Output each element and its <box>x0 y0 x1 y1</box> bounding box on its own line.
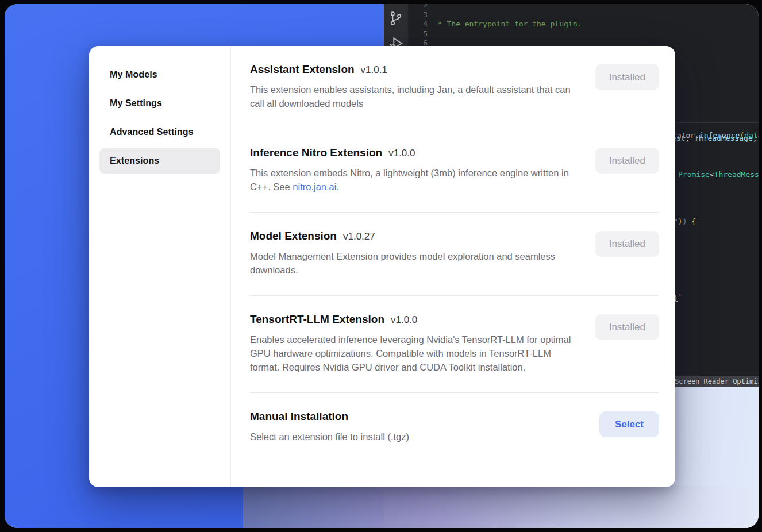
extension-description: This extension embeds Nitro, a lightweig… <box>250 166 582 194</box>
sidebar-item-extensions[interactable]: Extensions <box>99 148 220 174</box>
manual-installation-description: Select an extension file to install (.tg… <box>250 430 409 444</box>
extension-name: Inference Nitro Extension <box>250 147 382 159</box>
sidebar-item-label: My Models <box>110 70 157 80</box>
manual-installation-title: Manual Installation <box>250 410 348 423</box>
code-fragment: rator.inference(data)); <box>672 131 759 140</box>
extensions-list: Assistant Extension v1.0.1 This extensio… <box>231 46 675 487</box>
installed-button[interactable]: Installed <box>595 148 659 174</box>
background-gradient <box>243 485 759 528</box>
code-line: * The entrypoint for the plugin. <box>433 20 759 29</box>
extension-row-inference-nitro: Inference Nitro Extension v1.0.0 This ex… <box>250 129 659 213</box>
sidebar-item-advanced-settings[interactable]: Advanced Settings <box>99 119 220 145</box>
extension-row-model: Model Extension v1.0.27 Model Management… <box>250 213 659 296</box>
extension-version: v1.0.27 <box>343 231 375 242</box>
code-fragment: ")) { <box>674 217 696 226</box>
app-window: 2 3 4 5 6 * The entrypoint for the plugi… <box>5 4 759 528</box>
extension-name: Model Extension <box>250 230 337 242</box>
extension-description: Model Management Extension provides mode… <box>250 249 582 277</box>
sidebar-item-label: Advanced Settings <box>110 127 194 137</box>
installed-button[interactable]: Installed <box>595 64 659 90</box>
extension-row-assistant: Assistant Extension v1.0.1 This extensio… <box>250 46 659 129</box>
screen-reader-optimized-status-item[interactable]: Screen Reader Optimized <box>669 376 759 387</box>
sidebar-item-my-settings[interactable]: My Settings <box>99 91 220 116</box>
extension-name: Assistant Extension <box>250 63 355 76</box>
source-control-icon[interactable] <box>387 9 405 28</box>
editor-line-numbers: 2 3 4 5 6 <box>410 4 428 48</box>
extension-name: TensortRT-LLM Extension <box>250 313 384 326</box>
extension-version: v1.0.0 <box>391 314 417 326</box>
extension-description: This extension enables assistants, inclu… <box>250 83 582 110</box>
extension-description: Enables accelerated inference leveraging… <box>250 333 582 374</box>
extension-version: v1.0.0 <box>388 148 415 159</box>
nitro-jan-ai-link[interactable]: nitro.jan.ai. <box>293 182 339 192</box>
settings-modal: My Models My Settings Advanced Settings … <box>89 46 675 487</box>
select-file-button[interactable]: Select <box>599 411 659 437</box>
settings-sidebar: My Models My Settings Advanced Settings … <box>89 46 231 487</box>
code-fragment: Promise<ThreadMessage> <box>678 170 759 179</box>
extension-version: v1.0.1 <box>361 64 387 76</box>
sidebar-item-label: Extensions <box>110 156 159 166</box>
sidebar-item-my-models[interactable]: My Models <box>99 62 220 87</box>
extension-row-tensorrt-llm: TensortRT-LLM Extension v1.0.0 Enables a… <box>250 296 659 393</box>
installed-button[interactable]: Installed <box>595 231 659 257</box>
installed-button[interactable]: Installed <box>595 314 659 340</box>
sidebar-item-label: My Settings <box>110 98 162 109</box>
manual-installation-row: Manual Installation Select an extension … <box>250 393 659 458</box>
